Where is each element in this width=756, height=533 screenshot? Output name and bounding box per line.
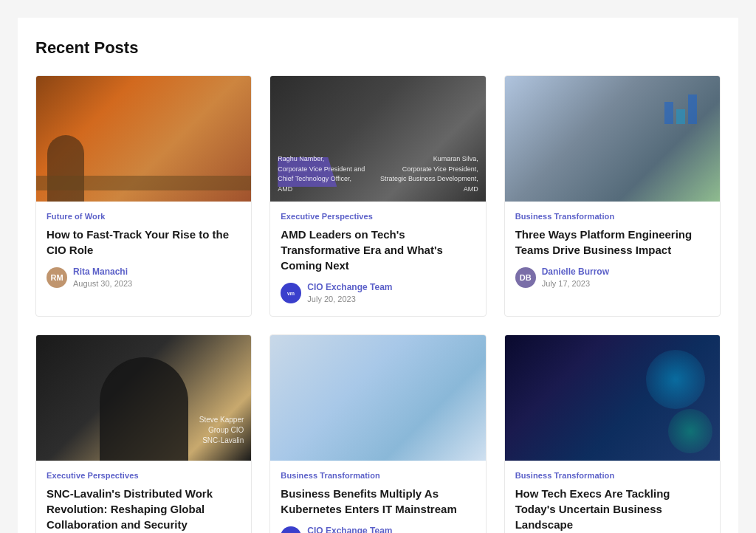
card-meta-2: vm CIO Exchange Team July 20, 2023 xyxy=(281,282,475,304)
card-category-6: Business Transformation xyxy=(515,471,709,480)
card-image-2: Raghu Namber,Corporate Vice President an… xyxy=(270,76,485,202)
author-date-2: July 20, 2023 xyxy=(307,294,392,304)
card-image-5 xyxy=(270,335,485,461)
person-silhouette xyxy=(100,357,188,461)
chart-decoration xyxy=(664,87,709,124)
card-title-5: Business Benefits Multiply As Kubernetes… xyxy=(281,486,475,517)
card-title-1: How to Fast-Track Your Rise to the CIO R… xyxy=(47,227,241,258)
author-info-2: CIO Exchange Team July 20, 2023 xyxy=(307,282,392,304)
section-title: Recent Posts xyxy=(35,38,721,58)
post-card-6[interactable]: Business Transformation How Tech Execs A… xyxy=(504,334,721,533)
amd-overlay-right: Kumaran Silva,Corporate Vice President,S… xyxy=(380,154,478,194)
author-name-2: CIO Exchange Team xyxy=(307,282,392,294)
glow-decoration-2 xyxy=(668,409,712,453)
author-info-5: CIO Exchange Team July 12, 2023 xyxy=(307,526,392,533)
svg-text:vm: vm xyxy=(287,291,295,296)
author-info-1: Rita Manachi August 30, 2023 xyxy=(73,266,132,289)
recent-posts-section: Recent Posts Future of Work How to Fast-… xyxy=(18,18,738,533)
steve-watermark: Steve KapperGroup CIOSNC-Lavalin xyxy=(199,415,244,446)
card-meta-5: vm CIO Exchange Team July 12, 2023 xyxy=(281,526,475,533)
card-category-2: Executive Perspectives xyxy=(281,212,475,221)
card-body-4: Executive Perspectives SNC-Lavalin's Dis… xyxy=(36,461,251,533)
card-image-4: Steve KapperGroup CIOSNC-Lavalin xyxy=(36,335,251,461)
card-category-5: Business Transformation xyxy=(281,471,475,480)
author-date-1: August 30, 2023 xyxy=(73,278,132,289)
card-image-6 xyxy=(505,335,720,461)
card-body-2: Executive Perspectives AMD Leaders on Te… xyxy=(270,202,485,316)
card-category-4: Executive Perspectives xyxy=(47,471,241,480)
card-body-6: Business Transformation How Tech Execs A… xyxy=(505,461,720,533)
avatar-3: DB xyxy=(515,267,536,288)
card-category-3: Business Transformation xyxy=(515,212,709,221)
card-title-2: AMD Leaders on Tech's Transformative Era… xyxy=(281,227,475,273)
post-card-4[interactable]: Steve KapperGroup CIOSNC-Lavalin Executi… xyxy=(35,334,252,533)
author-name-5: CIO Exchange Team xyxy=(307,526,392,533)
card-title-6: How Tech Execs Are Tackling Today's Unce… xyxy=(515,486,709,532)
card-title-3: Three Ways Platform Engineering Teams Dr… xyxy=(515,227,709,258)
glow-decoration-1 xyxy=(646,350,705,409)
card-category-1: Future of Work xyxy=(47,212,241,221)
avatar-5: vm xyxy=(281,526,301,533)
post-card-3[interactable]: Business Transformation Three Ways Platf… xyxy=(504,75,721,317)
author-date-3: July 17, 2023 xyxy=(542,278,609,289)
card-body-5: Business Transformation Business Benefit… xyxy=(270,461,485,533)
card-title-4: SNC-Lavalin's Distributed Work Revolutio… xyxy=(47,486,241,532)
card-meta-1: RM Rita Manachi August 30, 2023 xyxy=(47,266,241,289)
author-name-1: Rita Manachi xyxy=(73,266,132,278)
amd-overlay-left: Raghu Namber,Corporate Vice President an… xyxy=(278,154,365,194)
card-image-3 xyxy=(505,76,720,202)
avatar-2: vm xyxy=(281,283,301,303)
author-info-3: Danielle Burrow July 17, 2023 xyxy=(542,266,609,289)
card-body-3: Business Transformation Three Ways Platf… xyxy=(505,202,720,300)
card-body-1: Future of Work How to Fast-Track Your Ri… xyxy=(36,202,251,300)
card-meta-3: DB Danielle Burrow July 17, 2023 xyxy=(515,266,709,289)
card-image-1 xyxy=(36,76,251,202)
post-card-2[interactable]: Raghu Namber,Corporate Vice President an… xyxy=(269,75,486,317)
post-card-5[interactable]: Business Transformation Business Benefit… xyxy=(269,334,486,533)
author-name-3: Danielle Burrow xyxy=(542,266,609,278)
posts-grid: Future of Work How to Fast-Track Your Ri… xyxy=(35,75,721,533)
post-card-1[interactable]: Future of Work How to Fast-Track Your Ri… xyxy=(35,75,252,317)
avatar-1: RM xyxy=(47,267,67,288)
